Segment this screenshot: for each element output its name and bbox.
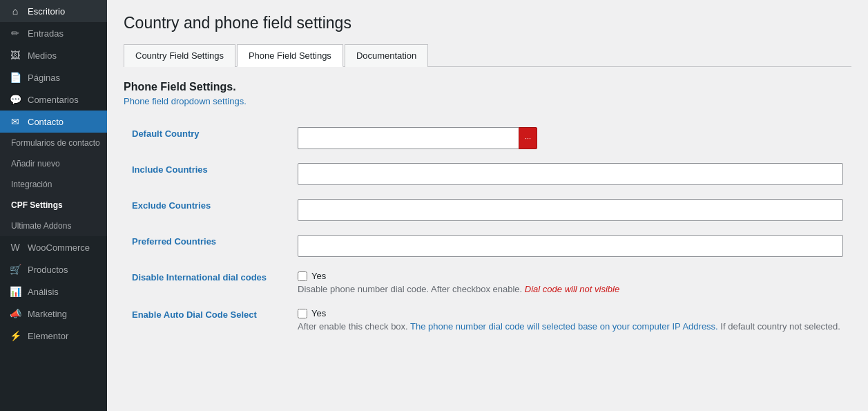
auto-dial-code-checkbox[interactable] [298, 309, 307, 318]
sidebar-item-comentarios[interactable]: 💬 Comentarios [0, 88, 107, 111]
marketing-icon: 📣 [8, 308, 22, 319]
sidebar-item-ultimate[interactable]: Ultimate Addons [0, 216, 107, 236]
page-title: Country and phone field settings [124, 14, 851, 32]
auto-dial-code-checkbox-label: Yes [311, 308, 326, 318]
sidebar-item-woocommerce[interactable]: W WooCommerce [0, 236, 107, 258]
sidebar-item-medios[interactable]: 🖼 Medios [0, 44, 107, 66]
row-disable-dial-codes: Disable International dial codes Yes Dis… [124, 264, 851, 301]
label-default-country: Default Country [132, 128, 200, 139]
sidebar-label-escritorio: Escritorio [28, 6, 65, 17]
preferred-countries-input[interactable] [298, 235, 843, 257]
woo-icon: W [8, 242, 22, 253]
sidebar-label-cpf: CPF Settings [11, 200, 63, 210]
disable-dial-codes-checkbox-label: Yes [311, 271, 326, 281]
sidebar-item-cpf[interactable]: CPF Settings [0, 195, 107, 216]
label-preferred-countries: Preferred Countries [132, 236, 216, 247]
sidebar-label-medios: Medios [28, 50, 57, 61]
tab-docs[interactable]: Documentation [345, 44, 428, 67]
sidebar-label-productos: Productos [28, 265, 68, 275]
label-exclude-countries: Exclude Countries [132, 200, 211, 211]
disable-dial-codes-help: Disable phone number dial code. After ch… [298, 284, 843, 294]
cart-icon: 🛒 [8, 264, 22, 275]
default-country-input[interactable] [298, 127, 519, 149]
sidebar-label-elementor: Elementor [28, 331, 68, 341]
main-content: Country and phone field settings Country… [107, 0, 868, 411]
sidebar-item-paginas[interactable]: 📄 Páginas [0, 66, 107, 88]
sidebar-item-entradas[interactable]: ✏ Entradas [0, 22, 107, 44]
dots-icon: ··· [525, 134, 531, 142]
row-exclude-countries: Exclude Countries [124, 192, 851, 228]
chart-icon: 📊 [8, 286, 22, 297]
sidebar: ⌂ Escritorio ✏ Entradas 🖼 Medios 📄 Págin… [0, 0, 107, 411]
sidebar-label-paginas: Páginas [28, 73, 60, 83]
tab-country[interactable]: Country Field Settings [124, 44, 235, 67]
label-auto-dial-code: Enable Auto Dial Code Select [132, 309, 257, 320]
edit-icon: ✏ [8, 28, 22, 39]
sidebar-item-contacto[interactable]: ✉ Contacto [0, 111, 107, 133]
sidebar-item-anadir[interactable]: Añadir nuevo [0, 153, 107, 174]
sidebar-item-integracion[interactable]: Integración [0, 174, 107, 195]
tab-phone[interactable]: Phone Field Settings [237, 44, 343, 67]
page-icon: 📄 [8, 72, 22, 83]
row-auto-dial-code: Enable Auto Dial Code Select Yes After e… [124, 301, 851, 338]
row-preferred-countries: Preferred Countries [124, 228, 851, 264]
tab-bar: Country Field Settings Phone Field Setti… [124, 44, 851, 67]
settings-table: Default Country ··· Include C [124, 120, 851, 338]
disable-dial-codes-checkbox-row: Yes [298, 271, 843, 281]
row-include-countries: Include Countries [124, 156, 851, 192]
settings-content: Phone Field Settings. Phone field dropdo… [124, 81, 851, 338]
auto-help-plain: After enable this check box. [298, 321, 408, 332]
disable-help-plain: Disable phone number dial code. After ch… [298, 284, 522, 294]
sidebar-label-formularios: Formularios de contacto [11, 138, 100, 148]
section-title: Phone Field Settings. [124, 81, 851, 93]
sidebar-label-integracion: Integración [11, 180, 52, 189]
sidebar-label-marketing: Marketing [28, 309, 67, 319]
sidebar-label-analisis: Análisis [28, 287, 59, 297]
section-desc: Phone field dropdown settings. [124, 96, 851, 106]
label-include-countries: Include Countries [132, 164, 208, 175]
include-countries-input[interactable] [298, 163, 843, 185]
sidebar-item-formularios[interactable]: Formularios de contacto [0, 133, 107, 153]
sidebar-item-productos[interactable]: 🛒 Productos [0, 258, 107, 280]
disable-help-highlight: Dial code will not visible [525, 284, 619, 294]
default-country-wrapper: ··· [298, 127, 843, 149]
home-icon: ⌂ [8, 6, 22, 17]
auto-dial-code-checkbox-row: Yes [298, 308, 843, 318]
default-country-button[interactable]: ··· [519, 127, 537, 149]
exclude-countries-input[interactable] [298, 199, 843, 221]
sidebar-item-elementor[interactable]: ⚡ Elementor [0, 325, 107, 347]
disable-dial-codes-checkbox[interactable] [298, 271, 307, 281]
sidebar-item-marketing[interactable]: 📣 Marketing [0, 303, 107, 325]
sidebar-label-ultimate: Ultimate Addons [11, 221, 71, 231]
sidebar-item-analisis[interactable]: 📊 Análisis [0, 280, 107, 303]
auto-help-end: If default country not selected. [720, 321, 840, 332]
sidebar-label-comentarios: Comentarios [28, 95, 79, 105]
auto-help-blue: The phone number dial code will selected… [410, 321, 718, 332]
sidebar-label-woocommerce: WooCommerce [28, 242, 90, 253]
sidebar-submenu: Formularios de contacto Añadir nuevo Int… [0, 133, 107, 236]
mail-icon: ✉ [8, 116, 22, 127]
sidebar-label-entradas: Entradas [28, 28, 64, 39]
row-default-country: Default Country ··· [124, 120, 851, 156]
label-disable-dial-codes: Disable International dial codes [132, 272, 267, 283]
sidebar-label-contacto: Contacto [28, 117, 64, 127]
sidebar-label-anadir: Añadir nuevo [11, 159, 60, 169]
sidebar-item-escritorio[interactable]: ⌂ Escritorio [0, 0, 107, 22]
elementor-icon: ⚡ [8, 330, 22, 341]
media-icon: 🖼 [8, 50, 22, 61]
comment-icon: 💬 [8, 94, 22, 105]
auto-dial-code-help: After enable this check box. The phone n… [298, 321, 843, 332]
